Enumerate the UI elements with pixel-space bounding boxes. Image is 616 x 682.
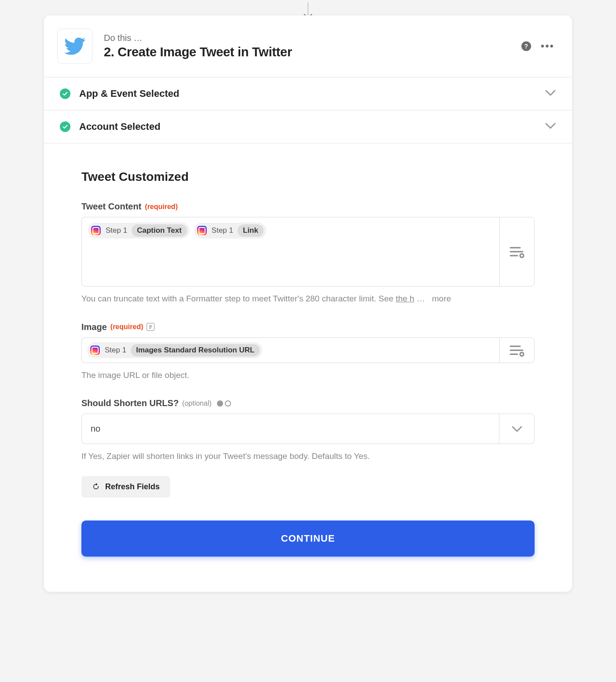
- zap-step-card: Do this … 2. Create Image Tweet in Twitt…: [44, 15, 572, 592]
- select-value: no: [82, 414, 499, 444]
- refresh-fields-button[interactable]: Refresh Fields: [81, 476, 170, 498]
- help-icon[interactable]: ?: [521, 41, 531, 51]
- twitter-app-icon: [57, 29, 92, 64]
- pill-value: Images Standard Resolution URL: [131, 344, 260, 356]
- pill-step: Step 1: [211, 226, 234, 235]
- help-more-link[interactable]: more: [432, 294, 451, 303]
- field-pill[interactable]: Step 1 Caption Text: [88, 223, 190, 238]
- instagram-icon: [90, 345, 100, 355]
- section-app-event[interactable]: App & Event Selected: [44, 77, 572, 110]
- insert-data-button[interactable]: [499, 337, 535, 363]
- field-pill[interactable]: Step 1 Images Standard Resolution URL: [87, 342, 262, 358]
- tweet-content-input[interactable]: Step 1 Caption Text Step 1 Link: [81, 217, 499, 286]
- field-help-text: The image URL or file object.: [81, 369, 535, 382]
- chevron-down-icon: [545, 122, 556, 131]
- pill-value: Caption Text: [132, 224, 187, 237]
- info-icon[interactable]: [147, 323, 154, 331]
- check-icon: [60, 88, 70, 99]
- section-title: Account Selected: [79, 121, 545, 132]
- field-label-text: Tweet Content: [81, 202, 141, 212]
- field-help-text: If Yes, Zapier will shorten links in you…: [81, 450, 535, 463]
- pill-value: Link: [238, 224, 264, 237]
- chevron-down-icon: [499, 414, 534, 444]
- instagram-icon: [197, 226, 207, 235]
- field-type-toggle[interactable]: [217, 400, 231, 407]
- field-pill[interactable]: Step 1 Link: [194, 223, 266, 238]
- field-shorten-urls: Should Shorten URLS? (optional) no If Ye…: [81, 398, 535, 463]
- field-label-text: Should Shorten URLS?: [81, 398, 179, 408]
- image-input[interactable]: Step 1 Images Standard Resolution URL: [81, 337, 499, 363]
- field-help-text: You can truncate text with a Formatter s…: [81, 293, 535, 305]
- insert-data-button[interactable]: [499, 217, 535, 286]
- step-title: 2. Create Image Tweet in Twitter: [104, 45, 513, 59]
- section-account[interactable]: Account Selected: [44, 110, 572, 143]
- refresh-fields-label: Refresh Fields: [105, 482, 160, 491]
- required-tag: (required): [110, 323, 143, 331]
- check-icon: [60, 121, 70, 132]
- step-header: Do this … 2. Create Image Tweet in Twitt…: [44, 15, 572, 77]
- pill-step: Step 1: [104, 346, 127, 355]
- pill-step: Step 1: [105, 226, 128, 235]
- required-tag: (required): [145, 203, 178, 211]
- field-image: Image (required) Step 1 Images Standard …: [81, 322, 535, 382]
- section-title: App & Event Selected: [79, 88, 545, 99]
- step-subtitle: Do this …: [104, 33, 513, 43]
- instagram-icon: [91, 226, 101, 235]
- customize-form: Tweet Customized Tweet Content (required…: [44, 143, 572, 592]
- more-options-icon[interactable]: •••: [541, 44, 554, 48]
- optional-tag: (optional): [182, 400, 212, 407]
- chevron-down-icon: [545, 89, 556, 98]
- field-label-text: Image: [81, 322, 107, 332]
- form-heading: Tweet Customized: [81, 170, 535, 184]
- field-tweet-content: Tweet Content (required) Step 1 Caption …: [81, 202, 535, 305]
- refresh-icon: [92, 483, 100, 491]
- shorten-urls-select[interactable]: no: [81, 414, 535, 444]
- continue-button[interactable]: CONTINUE: [81, 521, 535, 557]
- help-link[interactable]: the h: [396, 294, 414, 303]
- twitter-icon: [63, 35, 86, 58]
